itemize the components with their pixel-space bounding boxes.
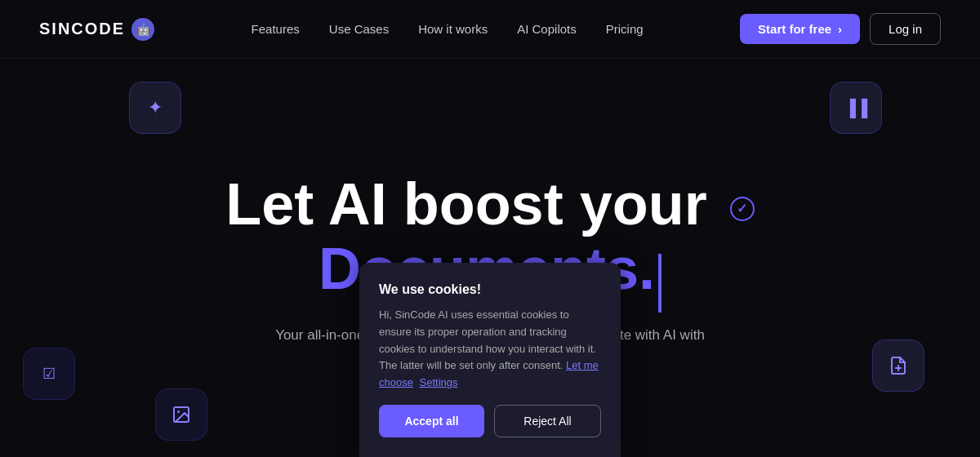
reject-all-button[interactable]: Reject All [494,405,601,437]
svg-point-3 [177,410,180,413]
start-for-free-button[interactable]: Start for free › [740,14,860,44]
logo-text: SINCODE [39,20,125,38]
cookie-title: We use cookies! [379,282,601,297]
hero-title-line1: Let AI boost your ✓ [225,172,754,237]
arrow-icon: › [838,22,842,36]
navbar: SINCODE 🤖 Features Use Cases How it work… [0,0,980,59]
cookie-actions: Accept all Reject All [379,405,601,437]
cursor [658,254,662,313]
nav-links: Features Use Cases How it works AI Copil… [252,22,644,37]
audio-icon: ▐▐ [844,99,867,118]
nav-item-ai-copilots[interactable]: AI Copilots [517,22,577,36]
magic-icon: ✦ [148,97,163,118]
nav-item-use-cases[interactable]: Use Cases [329,22,389,36]
nav-actions: Start for free › Log in [740,13,941,45]
settings-link[interactable]: Settings [420,376,458,388]
file-icon [889,356,908,375]
logo: SINCODE 🤖 [39,18,154,41]
start-label: Start for free [758,22,831,36]
image-icon [172,405,191,424]
logo-icon: 🤖 [131,18,154,41]
accept-all-button[interactable]: Accept all [379,405,484,437]
nav-item-pricing[interactable]: Pricing [606,22,644,36]
nav-item-features[interactable]: Features [252,22,300,36]
nav-item-how-it-works[interactable]: How it works [418,22,488,36]
float-card-magic: ✦ [129,82,181,134]
float-card-image [155,388,207,441]
login-button[interactable]: Log in [870,13,941,45]
cookie-body: Hi, SinCode AI uses essential cookies to… [379,307,601,392]
cookie-banner: We use cookies! Hi, SinCode AI uses esse… [359,263,621,457]
check-icon: ☑ [42,365,56,383]
float-card-check: ☑ [23,348,75,400]
check-circle-icon: ✓ [730,197,755,221]
float-card-file [872,339,924,392]
float-card-audio: ▐▐ [830,82,882,134]
